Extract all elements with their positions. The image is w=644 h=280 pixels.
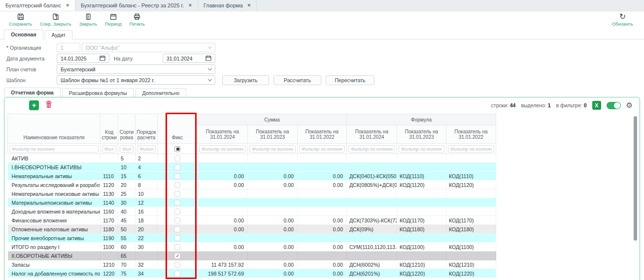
tab-formula-breakdown[interactable]: Расшифровка формулы xyxy=(62,88,134,97)
cell-s2023[interactable]: 0.00 xyxy=(248,260,298,269)
cell-f2022[interactable]: КОД(1120) xyxy=(446,181,496,189)
filter-input-order[interactable] xyxy=(137,145,156,153)
cell-f2023[interactable] xyxy=(397,207,446,216)
cell-f2023[interactable] xyxy=(397,163,446,172)
window-tab-balance[interactable]: Бухгалтерский баланс ✕ xyxy=(0,0,75,11)
window-tab-main-form[interactable]: Главная форма ✕ xyxy=(198,0,257,11)
cell-name[interactable]: Нематериальные активы xyxy=(8,172,101,181)
cell-order[interactable]: 12 xyxy=(136,198,158,207)
cell-sort[interactable]: 65 xyxy=(118,251,136,260)
cell-f2023[interactable]: КОД(1100) xyxy=(397,243,446,251)
close-icon[interactable]: ✕ xyxy=(66,3,69,8)
cell-s2024[interactable] xyxy=(198,207,248,216)
cell-s2022[interactable]: 0.00 xyxy=(298,225,347,234)
cell-f2022[interactable]: КОД(1220) xyxy=(446,269,496,278)
fix-select-all-checkbox[interactable] xyxy=(174,146,180,152)
column-header-f2023[interactable]: Показатель на 31.01.2023 xyxy=(397,125,446,144)
vertical-scrollbar[interactable] xyxy=(634,116,637,241)
cell-fix[interactable] xyxy=(158,243,198,251)
cell-fix[interactable] xyxy=(158,189,198,198)
cell-s2024[interactable] xyxy=(198,251,248,260)
delete-row-button[interactable] xyxy=(44,101,53,110)
cell-s2023[interactable] xyxy=(248,251,298,260)
cell-name[interactable]: Налог на добавленную стоимость по пр... xyxy=(8,269,101,278)
cell-f2023[interactable]: КОД(1120) xyxy=(397,181,446,189)
column-header-s2022[interactable]: Показатель на 31.01.2022 xyxy=(298,125,347,144)
cell-name[interactable]: Результаты исследований и разработок xyxy=(8,181,101,189)
cell-code[interactable]: 1120 xyxy=(101,181,118,189)
cell-sort[interactable]: 25 xyxy=(118,189,136,198)
cell-s2022[interactable]: 0.00 xyxy=(298,172,347,181)
document-date-field[interactable]: 14.01.2025 xyxy=(57,54,109,63)
cell-fix[interactable] xyxy=(158,216,198,225)
cell-f2022[interactable] xyxy=(446,189,496,198)
cell-f2023[interactable]: КОД(1170) xyxy=(397,216,446,225)
filter-input-s2024[interactable] xyxy=(199,145,246,153)
cell-sort[interactable]: 60 xyxy=(118,243,136,251)
cell-f2024[interactable]: ДСН(6201%) xyxy=(347,269,397,278)
fix-checkbox[interactable] xyxy=(174,156,180,161)
cell-fix[interactable] xyxy=(158,269,198,278)
tab-additional[interactable]: Дополнительно xyxy=(136,88,187,97)
close-button[interactable]: Закрыть xyxy=(75,12,102,27)
cell-s2022[interactable] xyxy=(298,189,347,198)
organization-select[interactable]: ООО "Альфа" xyxy=(82,43,215,52)
cell-s2022[interactable]: 0.00 xyxy=(298,216,347,225)
cell-s2023[interactable]: 0.00 xyxy=(248,225,298,234)
cell-s2024[interactable] xyxy=(198,154,248,163)
cell-order[interactable]: 20 xyxy=(136,225,158,234)
fix-checkbox[interactable] xyxy=(174,226,180,232)
cell-name[interactable]: Финансовые вложения xyxy=(8,216,101,225)
cell-f2024[interactable]: ДСН(6002%) xyxy=(347,260,397,269)
cell-order[interactable]: 32 xyxy=(136,260,158,269)
cell-f2024[interactable] xyxy=(347,207,397,216)
cell-f2024[interactable]: ДСК(0805%)+ДСК(08... xyxy=(347,181,397,189)
add-row-button[interactable]: + xyxy=(29,100,39,110)
column-header-f2022[interactable]: Показатель на 31.01.2022 xyxy=(446,125,496,144)
filter-input-name[interactable] xyxy=(9,145,99,153)
cell-s2024[interactable]: 0.00 xyxy=(198,172,248,181)
cell-f2023[interactable]: КОД(1110) xyxy=(397,172,446,181)
cell-f2023[interactable] xyxy=(397,234,446,243)
cell-s2023[interactable] xyxy=(248,189,298,198)
cell-order[interactable]: 30 xyxy=(136,243,158,251)
cell-f2022[interactable] xyxy=(446,154,496,163)
cell-order[interactable]: 8 xyxy=(136,181,158,189)
cell-s2024[interactable] xyxy=(198,234,248,243)
cell-fix[interactable] xyxy=(158,234,198,243)
calendar-icon[interactable] xyxy=(205,55,211,62)
cell-s2023[interactable]: 0.00 xyxy=(248,269,298,278)
cell-f2022[interactable]: КОД(1170) xyxy=(446,216,496,225)
cell-fix[interactable] xyxy=(158,251,198,260)
recalculate-button[interactable]: Пересчитать xyxy=(326,75,374,85)
cell-fix[interactable] xyxy=(158,154,198,163)
filter-input-s2022[interactable] xyxy=(299,145,345,153)
fix-checkbox[interactable] xyxy=(174,271,180,277)
cell-s2022[interactable] xyxy=(298,251,347,260)
cell-s2022[interactable] xyxy=(298,234,347,243)
cell-code[interactable]: 1170 xyxy=(101,216,118,225)
cell-f2023[interactable] xyxy=(397,189,446,198)
fix-checkbox[interactable] xyxy=(174,209,180,215)
fix-checkbox[interactable] xyxy=(174,218,180,223)
export-excel-button[interactable]: X xyxy=(592,101,601,110)
column-header-f2024[interactable]: Показатель на 31.01.2024 xyxy=(347,125,397,144)
window-tab-registry[interactable]: Бухгалтерский баланс - Реестр за 2025 г.… xyxy=(75,0,198,11)
cell-sort[interactable]: 40 xyxy=(118,207,136,216)
column-header-sort[interactable]: Сорти ровка xyxy=(118,114,136,144)
cell-f2024[interactable] xyxy=(347,163,397,172)
cell-code[interactable]: 1210 xyxy=(101,260,118,269)
cell-f2022[interactable]: КОД(1110) xyxy=(446,172,496,181)
cell-code[interactable]: 1180 xyxy=(101,225,118,234)
cell-f2023[interactable]: КОД(1220) xyxy=(397,269,446,278)
cell-fix[interactable] xyxy=(158,181,198,189)
cell-f2024[interactable]: ДСК(09%) xyxy=(347,225,397,234)
cell-order[interactable]: 2 xyxy=(136,154,158,163)
cell-s2022[interactable]: 0.00 xyxy=(298,269,347,278)
cell-f2024[interactable] xyxy=(347,198,397,207)
cell-s2024[interactable]: 0.00 xyxy=(198,225,248,234)
cell-f2024[interactable] xyxy=(347,234,397,243)
cell-s2024[interactable]: 198 517 572.69 xyxy=(198,269,248,278)
fix-checkbox[interactable] xyxy=(174,262,180,268)
column-header-name[interactable]: Наименование показателя xyxy=(8,114,101,144)
